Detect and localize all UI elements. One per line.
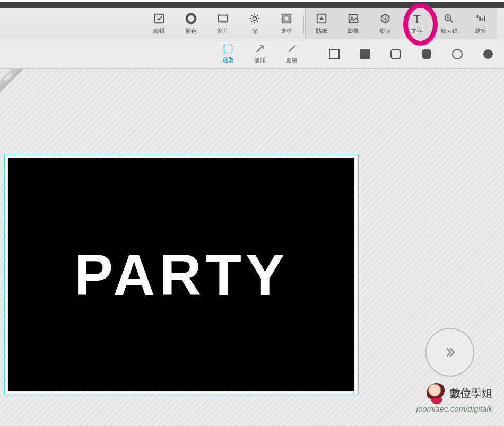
zoom-button[interactable]: 放大鏡	[433, 8, 465, 39]
chevron-right-icon	[443, 345, 457, 359]
line-icon	[286, 44, 297, 54]
svg-point-8	[351, 16, 353, 19]
artboard-selection[interactable]: PARTY	[4, 154, 359, 395]
select-label: 選取	[222, 56, 234, 64]
pro-badge-text: PRO	[0, 69, 25, 93]
sliders-icon	[474, 12, 487, 25]
color-label: 顏色	[185, 27, 197, 35]
image-icon	[347, 12, 360, 25]
selection-outline	[4, 154, 359, 395]
text-icon	[411, 12, 423, 25]
toolbar-separator	[303, 14, 304, 33]
avatar-icon	[427, 383, 447, 403]
circle-filled-swatch[interactable]	[483, 49, 493, 59]
filter-button[interactable]: 濾鏡	[465, 8, 497, 39]
edit-button[interactable]: 編輯	[143, 8, 175, 39]
image-button[interactable]: 影像	[337, 8, 369, 39]
text-label: 文字	[411, 27, 423, 35]
text-button[interactable]: 文字	[401, 8, 433, 39]
sticker-label: 貼紙	[316, 27, 327, 35]
watermark-url: joomlaec.com/digitalk	[416, 404, 492, 413]
watermark-title-rest: 學姐	[471, 387, 492, 399]
line-label: 直線	[286, 56, 298, 64]
svg-rect-16	[360, 49, 370, 59]
star-icon	[315, 12, 328, 25]
color-button[interactable]: 顏色	[175, 8, 207, 39]
frame-icon	[280, 12, 293, 25]
svg-rect-15	[329, 49, 339, 59]
toolbar-active-group: 貼紙 影像 形狀 文字 放大鏡	[305, 8, 497, 39]
clip-button[interactable]: 影片	[207, 8, 239, 39]
watermark: 數位學姐 joomlaec.com/digitalk	[416, 383, 492, 413]
canvas-area[interactable]: PRO PARTY 數位學姐 joomlaec.com/digitalk	[0, 69, 504, 426]
next-button[interactable]	[425, 328, 474, 377]
hexagon-icon	[379, 12, 392, 25]
square-outline-swatch[interactable]	[329, 49, 340, 59]
svg-rect-4	[282, 14, 291, 23]
secondary-toolbar: 選取 箭頭 直線	[0, 39, 504, 69]
edit-label: 編輯	[153, 27, 165, 35]
pro-badge: PRO	[0, 69, 27, 95]
border-button[interactable]: 邊框	[271, 8, 302, 39]
filter-label: 濾鏡	[475, 27, 486, 35]
image-label: 影像	[347, 27, 359, 35]
border-label: 邊框	[281, 27, 292, 35]
window-titlebar	[0, 2, 504, 8]
light-label: 光	[252, 27, 258, 35]
svg-point-1	[187, 14, 196, 23]
arrow-label: 箭頭	[254, 56, 266, 64]
watermark-title-bold: 數位	[450, 387, 471, 399]
shape-label: 形狀	[379, 27, 391, 35]
magnifier-icon	[442, 12, 455, 25]
sun-icon	[248, 12, 261, 25]
square-filled-swatch[interactable]	[360, 49, 370, 59]
watermark-top: 數位學姐	[427, 383, 492, 403]
marquee-icon	[223, 44, 233, 54]
roundrect-outline-swatch[interactable]	[390, 49, 401, 59]
svg-rect-18	[422, 49, 431, 59]
ring-icon	[185, 12, 197, 25]
svg-rect-11	[479, 16, 481, 20]
svg-rect-13	[484, 16, 485, 22]
svg-point-20	[483, 49, 493, 59]
line-tool[interactable]: 直線	[276, 39, 308, 69]
arrow-tool[interactable]: 箭頭	[244, 39, 276, 69]
svg-rect-17	[391, 49, 401, 59]
clip-label: 影片	[217, 27, 229, 35]
select-tool[interactable]: 選取	[212, 39, 244, 69]
watermark-title: 數位學姐	[450, 386, 492, 401]
svg-rect-12	[482, 18, 483, 21]
zoom-label: 放大鏡	[440, 27, 458, 35]
svg-rect-10	[477, 15, 479, 18]
light-button[interactable]: 光	[239, 8, 271, 39]
roundrect-filled-swatch[interactable]	[421, 49, 432, 59]
shape-picker	[329, 49, 493, 59]
edit-icon	[153, 12, 166, 25]
sticker-button[interactable]: 貼紙	[306, 8, 337, 39]
svg-rect-5	[284, 16, 289, 21]
arrow-icon	[255, 44, 265, 54]
svg-rect-14	[224, 45, 232, 53]
svg-point-19	[453, 49, 462, 59]
shape-button[interactable]: 形狀	[369, 8, 401, 39]
svg-point-3	[253, 16, 256, 20]
circle-outline-swatch[interactable]	[452, 49, 463, 59]
film-icon	[216, 12, 229, 25]
main-toolbar: 編輯 顏色 影片 光 邊框 貼紙	[0, 8, 504, 39]
